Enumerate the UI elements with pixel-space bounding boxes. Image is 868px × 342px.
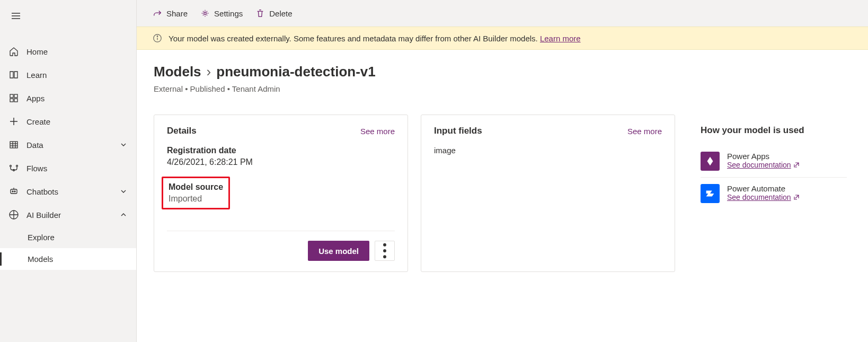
nav-label: Create [26, 117, 128, 126]
ai-builder-icon [8, 209, 19, 220]
svg-rect-6 [14, 99, 17, 102]
svg-point-26 [383, 249, 386, 252]
powerautomate-icon [701, 184, 720, 203]
flows-icon [8, 163, 19, 173]
settings-label: Settings [214, 9, 243, 18]
svg-rect-9 [10, 142, 17, 148]
registration-date-value: 4/26/2021, 6:28:21 PM [167, 157, 395, 167]
nav-label: Learn [26, 71, 128, 80]
nav-label: AI Builder [26, 211, 112, 220]
details-card: Details See more Registration date 4/26/… [154, 115, 408, 272]
usage-row-powerautomate: Power Automate See documentation [701, 178, 847, 209]
model-meta: External • Published • Tenant Admin [154, 84, 851, 93]
sidebar-subitem-models[interactable]: Models [0, 248, 136, 270]
banner-text: Your model was created externally. Some … [169, 34, 538, 43]
external-link-icon [793, 162, 800, 168]
model-source-value: Imported [169, 194, 223, 204]
svg-point-21 [204, 12, 207, 15]
info-icon [153, 33, 162, 43]
chevron-up-icon [119, 211, 128, 219]
share-button[interactable]: Share [153, 6, 188, 20]
settings-button[interactable]: Settings [200, 6, 243, 20]
trash-icon [255, 8, 265, 18]
hamburger-icon [11, 11, 21, 21]
input-fields-card: Input fields See more image [421, 115, 675, 272]
chevron-down-icon [119, 141, 128, 149]
nav-label: Chatbots [26, 187, 112, 196]
grid-icon [8, 93, 19, 103]
svg-rect-4 [14, 94, 17, 98]
details-see-more-link[interactable]: See more [360, 127, 395, 136]
svg-rect-17 [11, 189, 17, 194]
use-model-button[interactable]: Use model [308, 241, 369, 261]
share-label: Share [166, 9, 188, 18]
delete-button[interactable]: Delete [255, 6, 292, 20]
vertical-dots-icon [375, 241, 394, 260]
share-icon [153, 8, 162, 18]
svg-rect-5 [10, 99, 13, 102]
svg-point-14 [10, 165, 12, 167]
powerapps-icon [701, 152, 720, 171]
sidebar-item-ai-builder[interactable]: AI Builder [0, 203, 136, 226]
main-content: Share Settings Delete Your model was cre… [137, 0, 868, 342]
sidebar-item-chatbots[interactable]: Chatbots [0, 180, 136, 203]
nav-label: Home [26, 47, 128, 56]
powerautomate-doc-link[interactable]: See documentation [727, 193, 800, 201]
sidebar-item-flows[interactable]: Flows [0, 156, 136, 180]
sidebar: Home Learn Apps Create Data Flows Chatbo… [0, 0, 137, 342]
inputs-see-more-link[interactable]: See more [627, 127, 662, 136]
sidebar-item-home[interactable]: Home [0, 40, 136, 63]
sidebar-item-apps[interactable]: Apps [0, 86, 136, 110]
powerapps-doc-link[interactable]: See documentation [727, 161, 800, 169]
breadcrumb: Models › pneumonia-detection-v1 [154, 64, 851, 80]
breadcrumb-root[interactable]: Models [154, 64, 201, 80]
info-banner: Your model was created externally. Some … [137, 27, 868, 50]
hamburger-menu[interactable] [0, 4, 136, 29]
delete-label: Delete [269, 9, 292, 18]
breadcrumb-current: pneumonia-detection-v1 [216, 64, 375, 80]
svg-point-18 [12, 191, 13, 192]
svg-point-16 [16, 165, 18, 167]
chevron-right-icon: › [207, 64, 211, 80]
usage-card: How your model is used Power Apps See do… [688, 115, 847, 272]
powerapps-title: Power Apps [727, 152, 800, 161]
home-icon [8, 46, 19, 57]
svg-point-25 [383, 243, 386, 247]
model-source-label: Model source [169, 182, 223, 192]
data-icon [8, 139, 19, 150]
powerautomate-title: Power Automate [727, 184, 800, 193]
input-field-value: image [434, 146, 662, 155]
nav-label: Apps [26, 94, 128, 103]
inputs-title: Input fields [434, 126, 482, 136]
svg-point-27 [383, 255, 386, 258]
chatbot-icon [8, 186, 19, 197]
details-title: Details [167, 126, 197, 136]
usage-title: How your model is used [701, 125, 804, 136]
svg-point-19 [14, 191, 15, 192]
gear-icon [200, 8, 210, 18]
registration-date-label: Registration date [167, 146, 395, 155]
sidebar-item-learn[interactable]: Learn [0, 63, 136, 86]
toolbar: Share Settings Delete [137, 0, 868, 27]
nav-label: Data [26, 141, 112, 150]
sidebar-subitem-explore[interactable]: Explore [0, 226, 136, 248]
cards-row: Details See more Registration date 4/26/… [154, 115, 851, 272]
external-link-icon [793, 194, 800, 200]
model-source-highlight: Model source Imported [162, 177, 230, 209]
more-actions-button[interactable] [375, 241, 395, 261]
chevron-down-icon [119, 187, 128, 196]
plus-icon [8, 116, 19, 127]
banner-learn-more-link[interactable]: Learn more [540, 34, 581, 43]
book-icon [8, 69, 19, 80]
sidebar-item-data[interactable]: Data [0, 133, 136, 156]
svg-rect-3 [10, 94, 13, 98]
page-content: Models › pneumonia-detection-v1 External… [137, 50, 868, 342]
svg-point-24 [157, 36, 157, 37]
sidebar-item-create[interactable]: Create [0, 110, 136, 133]
usage-row-powerapps: Power Apps See documentation [701, 145, 847, 178]
nav-label: Flows [26, 164, 128, 173]
